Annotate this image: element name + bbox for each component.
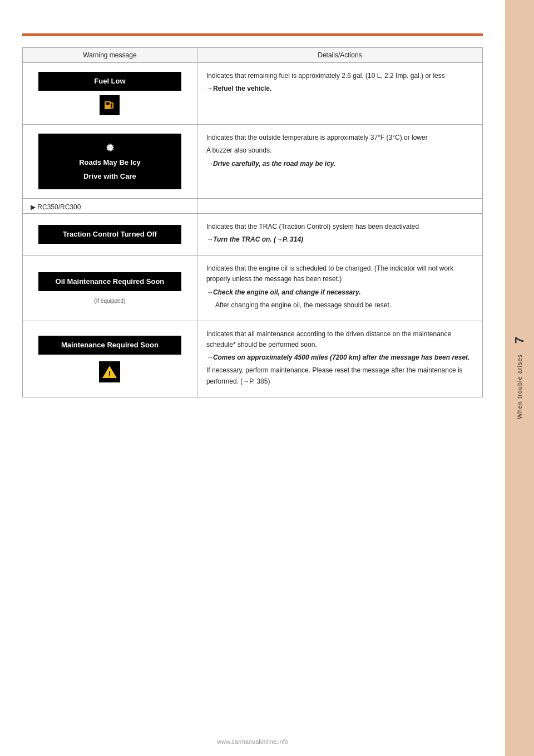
- roads-icy-label: Roads May Be Icy: [45, 158, 174, 168]
- table-row: Maintenance Required Soon ! Indicates th…: [23, 321, 482, 397]
- details-cell-fuel: Indicates that remaining fuel is approxi…: [197, 63, 482, 124]
- footer-url: www.carmanualonline.info: [217, 738, 288, 745]
- triangle-warning-icon: !: [101, 365, 118, 379]
- oil-box: Oil Maintenance Required Soon: [38, 272, 181, 291]
- svg-rect-3: [112, 104, 113, 108]
- rc-label-row: ▶ RC350/RC300: [23, 199, 482, 214]
- maintenance-box: Maintenance Required Soon: [38, 336, 181, 355]
- warning-cell-oil: Oil Maintenance Required Soon (If equipp…: [23, 256, 197, 321]
- main-content: Warning message Details/Actions Fuel Low: [0, 0, 505, 756]
- details-cell-traction: Indicates that the TRAC (Traction Contro…: [197, 214, 482, 255]
- chapter-number: 7: [512, 337, 527, 343]
- maintenance-action2: If necessary, perform maintenance. Pleas…: [206, 365, 473, 386]
- header-warning: Warning message: [23, 48, 197, 62]
- details-cell-roads: Indicates that the outside temperature i…: [197, 125, 482, 198]
- svg-text:!: !: [108, 370, 111, 378]
- svg-rect-1: [106, 102, 110, 105]
- table-header: Warning message Details/Actions: [23, 48, 482, 63]
- page-wrapper: Warning message Details/Actions Fuel Low: [0, 0, 534, 756]
- oil-action: →Check the engine oil, and change if nec…: [206, 287, 473, 298]
- fuel-details: Indicates that remaining fuel is approxi…: [206, 71, 473, 81]
- warning-cell-maintenance: Maintenance Required Soon !: [23, 321, 197, 397]
- maintenance-details: Indicates that all maintenance according…: [206, 329, 473, 350]
- traction-label: Traction Control Turned Off: [63, 230, 157, 238]
- roads-icy-box: ❅ Roads May Be Icy Drive with Care: [38, 134, 181, 189]
- warning-cell-roads: ❅ Roads May Be Icy Drive with Care: [23, 125, 197, 198]
- table-row: Traction Control Turned Off Indicates th…: [23, 214, 482, 256]
- sidebar-title: When trouble arises: [516, 354, 523, 419]
- oil-details: Indicates that the engine oil is schedul…: [206, 263, 473, 284]
- roads-detail2: A buzzer also sounds.: [206, 145, 473, 156]
- table-row: Fuel Low Indicates that remaining fuel: [23, 63, 482, 125]
- fuel-action: →Refuel the vehicle.: [206, 84, 473, 94]
- header-details: Details/Actions: [197, 48, 482, 62]
- rc-empty: [197, 199, 482, 213]
- oil-action2: After changing the engine oil, the messa…: [206, 300, 473, 311]
- table-row: Oil Maintenance Required Soon (If equipp…: [23, 256, 482, 321]
- roads-action: →Drive carefully, as the road may be icy…: [206, 159, 473, 169]
- traction-action: →Turn the TRAC on. (→P. 314): [206, 234, 473, 245]
- table-row: ❅ Roads May Be Icy Drive with Care Indic…: [23, 125, 482, 199]
- page-footer: www.carmanualonline.info: [0, 738, 505, 745]
- if-equipped-label: (If equipped): [94, 298, 125, 304]
- fuel-low-box: Fuel Low: [38, 72, 181, 91]
- warning-cell-fuel: Fuel Low: [23, 63, 197, 124]
- warning-table: Warning message Details/Actions Fuel Low: [22, 47, 483, 397]
- traction-details: Indicates that the TRAC (Traction Contro…: [206, 222, 473, 232]
- warning-triangle-container: !: [99, 361, 120, 382]
- orange-bar: [22, 33, 483, 36]
- roads-details: Indicates that the outside temperature i…: [206, 132, 473, 143]
- rc-label: ▶ RC350/RC300: [23, 199, 197, 213]
- svg-rect-4: [111, 107, 113, 109]
- maintenance-action: →Comes on approximately 4500 miles (7200…: [206, 352, 473, 363]
- drive-care-label: Drive with Care: [45, 171, 174, 181]
- warning-cell-traction: Traction Control Turned Off: [23, 214, 197, 255]
- oil-label: Oil Maintenance Required Soon: [56, 277, 165, 286]
- fuel-pump-icon: [100, 95, 120, 115]
- maintenance-label: Maintenance Required Soon: [61, 341, 159, 349]
- fuel-low-label: Fuel Low: [94, 77, 125, 85]
- traction-box: Traction Control Turned Off: [38, 225, 181, 244]
- details-cell-oil: Indicates that the engine oil is schedul…: [197, 256, 482, 321]
- svg-rect-2: [111, 102, 113, 104]
- details-cell-maintenance: Indicates that all maintenance according…: [197, 321, 482, 397]
- right-sidebar: 7 When trouble arises: [505, 0, 534, 756]
